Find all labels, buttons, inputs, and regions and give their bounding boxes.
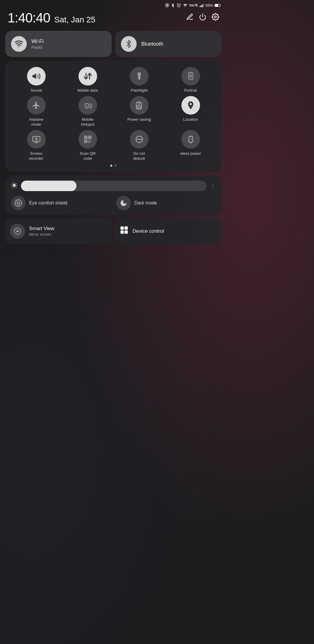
scan-qr-label: Scan QR code <box>76 151 100 161</box>
airplane-tile[interactable]: Airplane mode <box>24 96 48 127</box>
svg-rect-54 <box>124 227 128 230</box>
bottom-tiles-row: Smart View Mirror screen Device control <box>0 218 227 250</box>
svg-point-37 <box>13 184 15 186</box>
wireless-power-tile[interactable]: eless power <box>179 130 203 161</box>
screen-recorder-label: Screen recorder <box>24 151 48 161</box>
brightness-slider[interactable] <box>21 181 206 191</box>
brightness-more-button[interactable]: ⋮ <box>210 182 216 189</box>
hotspot-icon-circle <box>78 96 97 115</box>
svg-rect-5 <box>201 5 202 7</box>
quick-panel: Sound Mobile data <box>5 61 222 172</box>
svg-point-21 <box>86 105 88 106</box>
edit-button[interactable] <box>186 13 194 22</box>
location-label: Location <box>183 117 198 122</box>
wifi-network-name: Pankil <box>31 45 44 50</box>
dnd-icon <box>135 135 144 144</box>
wireless-power-icon-circle <box>181 130 200 149</box>
hotspot-icon <box>83 101 92 110</box>
smart-view-text: Smart View Mirror screen <box>29 226 54 236</box>
power-saving-label: Power saving <box>127 117 151 122</box>
svg-line-41 <box>16 187 16 187</box>
dnd-label: Do not disturb <box>127 151 151 161</box>
dnd-tile[interactable]: Do not disturb <box>127 130 151 161</box>
scan-qr-tile[interactable]: Scan QR code <box>76 130 100 161</box>
wifi-icon-circle <box>11 36 27 52</box>
svg-rect-4 <box>200 6 201 7</box>
bluetooth-icon <box>125 40 133 48</box>
flashlight-icon-circle <box>130 67 149 86</box>
bluetooth-icon-circle <box>121 36 137 52</box>
smart-view-tile[interactable]: Smart View Mirror screen <box>5 218 112 244</box>
bluetooth-tile[interactable]: Bluetooth <box>115 31 222 57</box>
svg-marker-51 <box>17 230 20 232</box>
dot-2 <box>115 165 117 167</box>
svg-text:A: A <box>17 202 19 205</box>
dark-mode-icon <box>120 199 127 207</box>
status-icons: VoLTE 65% <box>165 3 221 8</box>
current-date: Sat, Jan 25 <box>54 15 95 24</box>
wifi-tile[interactable]: Wi-Fi Pankil <box>5 31 112 57</box>
mobile-data-icon <box>83 72 92 81</box>
bluetooth-text: Bluetooth <box>141 41 163 47</box>
location-tile[interactable]: Location <box>179 96 203 127</box>
sound-tile[interactable]: Sound <box>24 67 48 93</box>
bluetooth-label: Bluetooth <box>141 41 163 47</box>
svg-line-44 <box>12 187 13 187</box>
device-control-grid-icon <box>120 226 129 234</box>
device-control-content: Device control <box>120 226 164 236</box>
dnd-icon-circle <box>130 130 149 149</box>
grid-row-2: Airplane mode Mobile Hotspot <box>10 96 216 127</box>
dark-mode-icon-circle <box>116 196 131 210</box>
svg-rect-18 <box>189 75 192 77</box>
location-icon-circle <box>181 96 200 115</box>
hotspot-label: Mobile Hotspot <box>76 117 100 127</box>
wireless-power-label: eless power <box>180 151 201 156</box>
smart-view-label: Smart View <box>29 226 54 232</box>
dark-mode-tile[interactable]: Dark mode <box>116 196 216 210</box>
screen-recorder-tile[interactable]: Screen recorder <box>24 130 48 161</box>
device-control-label: Device control <box>133 228 164 234</box>
wifi-label: Wi-Fi <box>31 38 44 45</box>
header: 1:40:40 Sat, Jan 25 <box>0 9 227 31</box>
power-saving-tile[interactable]: Power saving <box>127 96 151 127</box>
eye-comfort-icon-circle: A <box>11 196 26 210</box>
clock-time: 1:40:40 <box>8 10 50 26</box>
device-control-tile[interactable]: Device control <box>115 218 222 244</box>
svg-rect-6 <box>202 4 203 7</box>
svg-point-11 <box>215 16 217 18</box>
alarm-icon <box>176 3 181 8</box>
svg-point-16 <box>138 75 140 76</box>
portrait-tile[interactable]: Portrait <box>179 67 203 93</box>
wifi-icon <box>15 40 23 48</box>
hotspot-tile[interactable]: Mobile Hotspot <box>76 96 100 127</box>
status-wifi-icon <box>183 3 188 8</box>
page-dots <box>10 165 216 167</box>
airplane-label: Airplane mode <box>24 117 48 127</box>
dot-1 <box>110 165 112 167</box>
eye-comfort-tile[interactable]: A Eye comfort shield <box>11 196 110 210</box>
svg-rect-19 <box>190 78 190 79</box>
sound-icon-circle <box>27 67 46 86</box>
power-saving-icon-circle <box>130 96 149 115</box>
svg-rect-32 <box>89 137 90 138</box>
svg-point-24 <box>190 103 191 105</box>
location-icon <box>186 101 195 110</box>
svg-point-12 <box>18 46 19 47</box>
power-saving-icon <box>135 101 144 110</box>
flashlight-label: Flashlight <box>131 88 148 93</box>
svg-rect-14 <box>138 72 140 74</box>
quick-settings-panel: VoLTE 65% 1:40:40 Sat, Jan 25 <box>0 0 227 250</box>
settings-button[interactable] <box>212 13 219 22</box>
sound-icon <box>32 72 41 81</box>
scan-qr-icon <box>83 135 92 144</box>
screen-recorder-icon-circle <box>27 130 46 149</box>
grid-row-1: Sound Mobile data <box>10 67 216 93</box>
portrait-icon <box>186 72 195 81</box>
svg-line-40 <box>12 183 13 184</box>
flashlight-tile[interactable]: Flashlight <box>127 67 151 93</box>
lte-icon: VoLTE <box>189 4 198 7</box>
svg-point-1 <box>166 4 168 6</box>
smart-view-icon <box>13 227 22 235</box>
mobile-data-tile[interactable]: Mobile data <box>76 67 100 93</box>
power-button[interactable] <box>199 13 206 22</box>
